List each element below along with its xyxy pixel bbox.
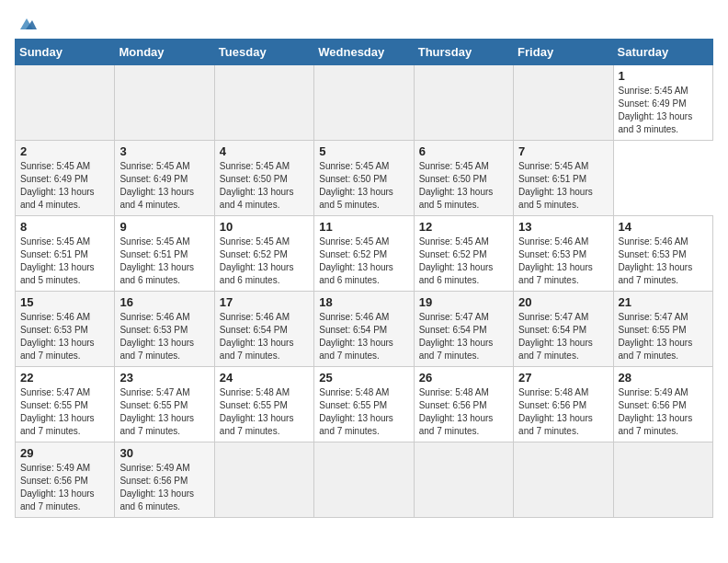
day-info: Sunrise: 5:49 AMSunset: 6:56 PMDaylight:… <box>619 386 708 438</box>
calendar-day-cell: 21Sunrise: 5:47 AMSunset: 6:55 PMDayligh… <box>613 292 712 367</box>
calendar-day-cell: 26Sunrise: 5:48 AMSunset: 6:56 PMDayligh… <box>414 367 513 442</box>
empty-cell <box>214 65 313 141</box>
calendar-week-row: 15Sunrise: 5:46 AMSunset: 6:53 PMDayligh… <box>16 292 713 367</box>
day-number: 17 <box>220 295 309 309</box>
logo-icon <box>17 17 37 31</box>
day-info: Sunrise: 5:45 AMSunset: 6:51 PMDaylight:… <box>119 236 209 287</box>
empty-cell <box>314 442 414 518</box>
weekday-header-thursday: Thursday <box>414 40 513 65</box>
day-number: 23 <box>119 371 209 385</box>
calendar-day-cell: 10Sunrise: 5:45 AMSunset: 6:52 PMDayligh… <box>214 216 313 292</box>
weekday-header-monday: Monday <box>115 40 214 65</box>
calendar-day-cell: 18Sunrise: 5:46 AMSunset: 6:54 PMDayligh… <box>314 292 414 367</box>
day-number: 30 <box>119 446 209 460</box>
empty-cell <box>414 65 513 141</box>
calendar-day-cell: 9Sunrise: 5:45 AMSunset: 6:51 PMDaylight… <box>115 216 214 292</box>
day-number: 8 <box>20 220 109 234</box>
day-info: Sunrise: 5:46 AMSunset: 6:53 PMDaylight:… <box>20 311 109 362</box>
weekday-header-saturday: Saturday <box>613 40 712 65</box>
calendar-day-cell: 29Sunrise: 5:49 AMSunset: 6:56 PMDayligh… <box>16 442 115 518</box>
day-number: 16 <box>119 295 209 309</box>
calendar-day-cell: 16Sunrise: 5:46 AMSunset: 6:53 PMDayligh… <box>115 292 214 367</box>
day-info: Sunrise: 5:45 AMSunset: 6:49 PMDaylight:… <box>119 160 209 212</box>
calendar-day-cell: 3Sunrise: 5:45 AMSunset: 6:49 PMDaylight… <box>115 141 214 216</box>
day-info: Sunrise: 5:45 AMSunset: 6:50 PMDaylight:… <box>319 160 408 212</box>
weekday-header-row: SundayMondayTuesdayWednesdayThursdayFrid… <box>16 40 713 65</box>
calendar-day-cell: 14Sunrise: 5:46 AMSunset: 6:53 PMDayligh… <box>613 216 712 292</box>
day-info: Sunrise: 5:46 AMSunset: 6:53 PMDaylight:… <box>119 311 209 362</box>
day-number: 14 <box>619 220 708 234</box>
empty-cell <box>414 442 513 518</box>
day-number: 15 <box>20 295 109 309</box>
day-number: 26 <box>419 371 508 385</box>
day-info: Sunrise: 5:47 AMSunset: 6:55 PMDaylight:… <box>20 386 109 438</box>
calendar-day-cell: 7Sunrise: 5:45 AMSunset: 6:51 PMDaylight… <box>514 141 613 216</box>
calendar-day-cell: 5Sunrise: 5:45 AMSunset: 6:50 PMDaylight… <box>314 141 414 216</box>
day-number: 22 <box>20 371 109 385</box>
day-number: 18 <box>319 295 408 309</box>
day-info: Sunrise: 5:45 AMSunset: 6:52 PMDaylight:… <box>220 236 309 287</box>
day-number: 24 <box>220 371 309 385</box>
weekday-header-sunday: Sunday <box>16 40 115 65</box>
day-info: Sunrise: 5:49 AMSunset: 6:56 PMDaylight:… <box>119 462 209 513</box>
calendar-day-cell: 20Sunrise: 5:47 AMSunset: 6:54 PMDayligh… <box>514 292 613 367</box>
day-number: 5 <box>319 144 408 158</box>
day-number: 9 <box>119 220 209 234</box>
day-number: 11 <box>319 220 408 234</box>
calendar-day-cell: 1Sunrise: 5:45 AMSunset: 6:49 PMDaylight… <box>613 65 712 141</box>
day-number: 25 <box>319 371 408 385</box>
calendar-day-cell: 22Sunrise: 5:47 AMSunset: 6:55 PMDayligh… <box>16 367 115 442</box>
empty-cell <box>613 442 712 518</box>
day-number: 12 <box>419 220 508 234</box>
day-info: Sunrise: 5:45 AMSunset: 6:52 PMDaylight:… <box>319 236 408 287</box>
day-info: Sunrise: 5:45 AMSunset: 6:49 PMDaylight:… <box>20 160 109 212</box>
weekday-header-friday: Friday <box>514 40 613 65</box>
day-number: 6 <box>419 144 508 158</box>
calendar-day-cell: 13Sunrise: 5:46 AMSunset: 6:53 PMDayligh… <box>514 216 613 292</box>
day-number: 3 <box>119 144 209 158</box>
calendar-day-cell: 24Sunrise: 5:48 AMSunset: 6:55 PMDayligh… <box>214 367 313 442</box>
day-info: Sunrise: 5:45 AMSunset: 6:49 PMDaylight:… <box>619 85 708 136</box>
day-number: 27 <box>518 371 608 385</box>
day-number: 19 <box>419 295 508 309</box>
day-info: Sunrise: 5:45 AMSunset: 6:50 PMDaylight:… <box>220 160 309 212</box>
day-number: 7 <box>518 144 608 158</box>
calendar-day-cell: 2Sunrise: 5:45 AMSunset: 6:49 PMDaylight… <box>16 141 115 216</box>
weekday-header-tuesday: Tuesday <box>214 40 313 65</box>
day-info: Sunrise: 5:48 AMSunset: 6:56 PMDaylight:… <box>518 386 608 438</box>
calendar-day-cell: 4Sunrise: 5:45 AMSunset: 6:50 PMDaylight… <box>214 141 313 216</box>
day-info: Sunrise: 5:47 AMSunset: 6:55 PMDaylight:… <box>619 311 708 362</box>
calendar-day-cell: 17Sunrise: 5:46 AMSunset: 6:54 PMDayligh… <box>214 292 313 367</box>
calendar-day-cell: 8Sunrise: 5:45 AMSunset: 6:51 PMDaylight… <box>16 216 115 292</box>
calendar-day-cell: 25Sunrise: 5:48 AMSunset: 6:55 PMDayligh… <box>314 367 414 442</box>
day-info: Sunrise: 5:47 AMSunset: 6:54 PMDaylight:… <box>419 311 508 362</box>
day-number: 29 <box>20 446 109 460</box>
day-info: Sunrise: 5:46 AMSunset: 6:53 PMDaylight:… <box>619 236 708 287</box>
calendar-day-cell: 23Sunrise: 5:47 AMSunset: 6:55 PMDayligh… <box>115 367 214 442</box>
day-info: Sunrise: 5:46 AMSunset: 6:53 PMDaylight:… <box>518 236 608 287</box>
calendar-day-cell: 30Sunrise: 5:49 AMSunset: 6:56 PMDayligh… <box>115 442 214 518</box>
calendar-day-cell: 27Sunrise: 5:48 AMSunset: 6:56 PMDayligh… <box>514 367 613 442</box>
calendar-day-cell: 11Sunrise: 5:45 AMSunset: 6:52 PMDayligh… <box>314 216 414 292</box>
day-info: Sunrise: 5:47 AMSunset: 6:54 PMDaylight:… <box>518 311 608 362</box>
empty-cell <box>314 65 414 141</box>
day-number: 4 <box>220 144 309 158</box>
day-number: 13 <box>518 220 608 234</box>
day-info: Sunrise: 5:46 AMSunset: 6:54 PMDaylight:… <box>319 311 408 362</box>
empty-cell <box>16 65 115 141</box>
day-info: Sunrise: 5:47 AMSunset: 6:55 PMDaylight:… <box>119 386 209 438</box>
day-info: Sunrise: 5:45 AMSunset: 6:51 PMDaylight:… <box>20 236 109 287</box>
calendar-week-row: 22Sunrise: 5:47 AMSunset: 6:55 PMDayligh… <box>16 367 713 442</box>
calendar-week-row: 1Sunrise: 5:45 AMSunset: 6:49 PMDaylight… <box>16 65 713 141</box>
day-number: 21 <box>619 295 708 309</box>
calendar-table: SundayMondayTuesdayWednesdayThursdayFrid… <box>15 39 713 518</box>
day-info: Sunrise: 5:48 AMSunset: 6:55 PMDaylight:… <box>220 386 309 438</box>
day-number: 1 <box>619 69 708 83</box>
calendar-week-row: 8Sunrise: 5:45 AMSunset: 6:51 PMDaylight… <box>16 216 713 292</box>
day-number: 10 <box>220 220 309 234</box>
day-number: 2 <box>20 144 109 158</box>
empty-cell <box>514 442 613 518</box>
empty-cell <box>115 65 214 141</box>
empty-cell <box>214 442 313 518</box>
calendar-day-cell: 12Sunrise: 5:45 AMSunset: 6:52 PMDayligh… <box>414 216 513 292</box>
